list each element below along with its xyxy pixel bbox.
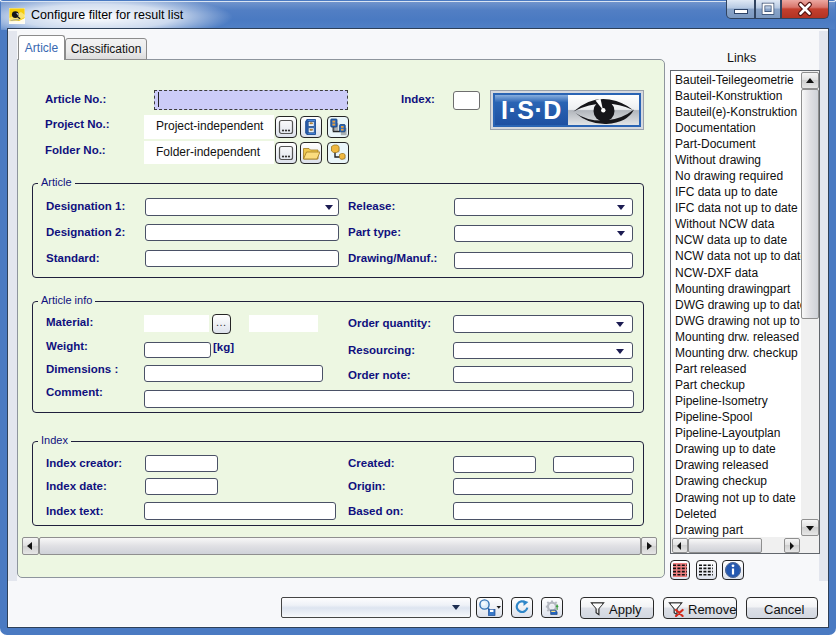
svg-text:I·S·D: I·S·D: [501, 96, 562, 124]
